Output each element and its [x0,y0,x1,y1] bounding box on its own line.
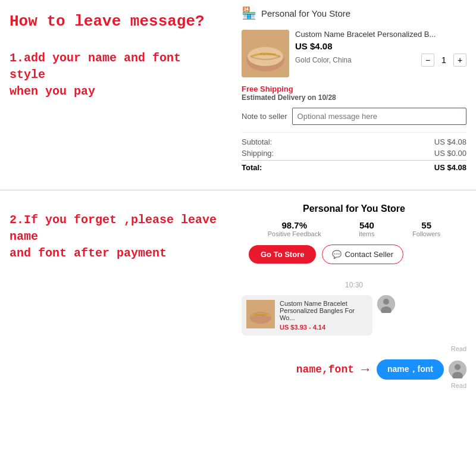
subtotal-value: US $4.08 [434,137,466,146]
right-panel-top: 🏪 Personal for You Store Nacnipon Custom… [232,0,476,180]
stat-followers: 55 Followers [412,220,440,237]
shipping-row: Shipping: US $0.00 [242,149,466,158]
stat-feedback: 98.7% Positive Feedback [268,220,321,237]
product-variant: Gold Color, China [295,56,352,64]
total-label: Total: [242,163,262,172]
product-row: Nacnipon Custom Name Bracelet Personaliz… [242,30,466,77]
chat-product-title: Custom Name Bracelet Personalized Bangle… [280,300,368,321]
store-name-label: Personal for You Store [261,8,350,18]
feedback-label: Positive Feedback [268,230,321,237]
followers-value: 55 [412,220,440,230]
svg-point-11 [455,364,461,370]
arrow-icon: → [359,362,372,377]
chat-product-mini: Nacnipon Custom Name Bracelet Personaliz… [246,300,368,331]
stat-items: 540 items [359,220,374,237]
total-row: Total: US $4.08 [242,160,466,172]
store-icon: 🏪 [242,6,256,20]
shipping-section: Free Shipping Estimated Delivery on 10/2… [242,84,466,102]
qty-number: 1 [439,55,449,65]
read-label-2: Read [242,382,466,389]
svg-text:Nacnipon: Nacnipon [259,52,276,57]
delivery-date: Estimated Delivery on 10/28 [242,93,466,102]
total-value: US $4.08 [434,163,466,172]
items-label: items [359,230,374,237]
store-actions: Go To Store 💬 Contact Seller [249,245,459,264]
avatar-1 [377,295,395,313]
step1-text: 1.add your name and font style when you … [10,50,223,100]
chat-bubble-row: Nacnipon Custom Name Bracelet Personaliz… [242,295,466,336]
items-value: 540 [359,220,374,230]
left-instructions-top: How to leave message? 1.add your name an… [0,0,232,180]
keyword-label: name,font [296,364,354,375]
store-card: Personal for You Store 98.7% Positive Fe… [242,196,466,271]
contact-seller-button[interactable]: 💬 Contact Seller [322,245,403,264]
product-name: Custom Name Bracelet Personalized B... [295,30,466,39]
chat-product-image: Nacnipon [246,300,275,328]
subtotal-row: Subtotal: US $4.08 [242,137,466,146]
feedback-value: 98.7% [268,220,321,230]
free-shipping-label: Free Shipping [242,84,466,93]
store-header: 🏪 Personal for You Store [242,6,466,20]
subtotal-label: Subtotal: [242,137,272,146]
left-instructions-bottom: 2.If you forget ,please leave name and f… [0,190,232,395]
product-image: Nacnipon [242,30,289,77]
go-to-store-button[interactable]: Go To Store [249,245,316,264]
chat-product-price: US $3.93 - 4.14 [280,324,368,331]
followers-label: Followers [412,230,440,237]
step2-text: 2.If you forget ,please leave name and f… [10,212,223,262]
shipping-label: Shipping: [242,149,274,158]
avatar-2 [449,361,466,378]
store-card-name: Personal for You Store [249,203,459,214]
svg-text:Nacnipon: Nacnipon [254,313,267,316]
totals-section: Subtotal: US $4.08 Shipping: US $0.00 To… [242,132,466,172]
qty-increase-button[interactable]: + [453,54,466,67]
qty-decrease-button[interactable]: − [421,54,434,67]
read-label-1: Read [242,345,466,352]
shipping-value: US $0.00 [434,149,466,158]
product-price: US $4.08 [295,41,466,51]
chat-product-info: Custom Name Bracelet Personalized Bangle… [280,300,368,331]
note-row: Note to seller [242,108,466,125]
note-label: Note to seller [242,112,287,121]
chat-bubble: Nacnipon Custom Name Bracelet Personaliz… [242,295,372,336]
keyword-bubble: name，font [377,359,444,380]
contact-seller-label: Contact Seller [345,250,393,259]
note-input[interactable] [292,108,466,125]
right-panel-bottom: Personal for You Store 98.7% Positive Fe… [232,190,476,395]
store-stats: 98.7% Positive Feedback 540 items 55 Fol… [249,220,459,237]
contact-icon: 💬 [332,250,342,259]
how-to-title: How to leave message? [10,12,223,32]
product-info: Custom Name Bracelet Personalized B... U… [295,30,466,77]
quantity-control[interactable]: − 1 + [421,54,466,67]
svg-point-8 [383,299,389,305]
chat-time: 10:30 [242,281,466,289]
